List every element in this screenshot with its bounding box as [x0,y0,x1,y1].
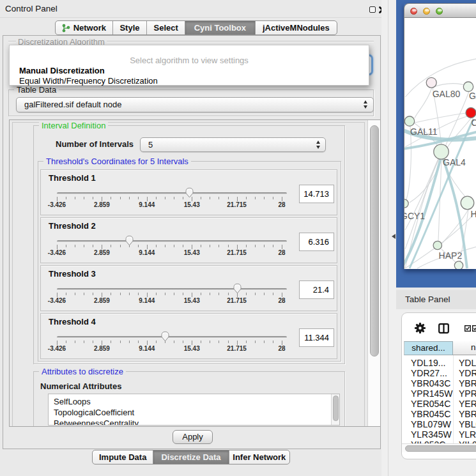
table-cell[interactable]: YBL079W [411,419,453,429]
table-cell[interactable]: YDR2 [459,368,476,378]
slider-axis-label: 15.43 [169,345,214,352]
checkbox-icon[interactable] [464,325,471,332]
slider-minor-tick [165,245,165,247]
slider-minor-tick [255,341,256,343]
table-column-header-shared[interactable]: shared... [404,341,453,355]
minimize-traffic-light-icon[interactable] [423,8,430,15]
network-node[interactable] [461,196,474,210]
apply-button[interactable]: Apply [173,430,213,444]
split-view-icon[interactable] [438,323,449,334]
network-node[interactable] [404,116,414,126]
slider-minor-tick [228,245,229,247]
threshold-value-field[interactable]: 6.316 [299,233,334,251]
tab-impute-data[interactable]: Impute Data [93,450,153,464]
slider-thumb[interactable] [233,283,242,296]
attribute-list-item[interactable]: TopologicalCoefficient [54,408,134,417]
table-data-title: Table Data [14,85,59,95]
tab-discretize-data[interactable]: Discretize Data [153,450,228,464]
slider-minor-tick [174,197,174,199]
tab-network[interactable]: Network [56,21,112,35]
table-cell[interactable]: YBR0 [459,378,476,388]
gear-icon[interactable] [414,322,426,334]
slider-minor-tick [264,341,265,343]
table-cell[interactable]: YDL19... [411,358,453,368]
slider-minor-tick [183,293,183,295]
attribute-list-item[interactable]: BetweennessCentrality [54,418,139,426]
network-window-titlebar[interactable] [404,3,476,18]
slider-thumb[interactable] [185,187,194,200]
table-hscrollbar[interactable] [402,443,476,452]
slider-thumb[interactable] [125,235,134,248]
threshold-value-field[interactable]: 21.4 [299,280,334,299]
checkbox-icon[interactable] [472,325,476,332]
close-traffic-light-icon[interactable] [410,8,417,15]
popup-item-1[interactable]: Manual Discretization [10,66,369,76]
slider-track[interactable] [57,288,287,291]
tab-cyni-toolbox[interactable]: Cyni Toolbox [185,21,255,35]
slider-major-tick [147,245,148,249]
network-node[interactable] [404,199,408,208]
tab-infer-network[interactable]: Infer Network [229,450,289,464]
slider-axis-label: 21.715 [215,201,259,208]
table-data-combobox[interactable]: galFiltered.sif default node [16,97,374,112]
table-hscrollbar-thumb[interactable] [405,445,476,452]
slider-minor-tick [75,293,75,295]
network-node[interactable] [433,241,441,249]
combobox-arrows-icon [362,100,368,109]
tab-jactivemnodules[interactable]: jActiveMNodules [255,21,337,35]
table-cell[interactable]: YBR043C [411,378,453,388]
window-float-icon[interactable] [369,6,376,13]
network-node[interactable] [426,77,436,88]
list-scrollbar[interactable] [331,394,339,426]
zoom-traffic-light-icon[interactable] [436,8,443,15]
number-of-intervals-combobox[interactable]: 5 [140,137,326,152]
slider-minor-tick [93,293,93,295]
cyni-mode-tabs: Impute DataDiscretize DataInfer Network [92,450,290,464]
slider-axis-label: 28 [259,345,304,352]
popup-item-2[interactable]: Equal Width/Frequency Discretization [10,76,369,86]
settings-scrollbar-thumb[interactable] [370,125,379,357]
slider-major-tick [282,293,282,297]
network-edge [442,208,469,243]
network-node[interactable] [466,108,476,118]
slider-major-tick [237,341,238,345]
network-canvas[interactable]: GAL80GACGAL11GAL4GCY1HHAP2 [404,18,476,269]
slider-major-tick [57,293,58,297]
table-cell[interactable]: YBL0 [459,419,476,429]
tab-select[interactable]: Select [146,21,185,35]
threshold-label: Threshold 2 [49,221,96,231]
slider-track[interactable] [57,192,287,195]
table-cell[interactable]: YDR27... [411,368,453,378]
attribute-list-item[interactable]: SelfLoops [54,397,91,406]
slider-minor-tick [246,197,247,199]
slider-minor-tick [66,197,66,199]
table-cell[interactable]: YLR3 [459,429,476,440]
settings-scrollbar[interactable] [367,120,380,426]
slider-track[interactable] [57,336,287,339]
slider-thumb[interactable] [160,331,170,344]
tab-style[interactable]: Style [112,21,147,35]
slider-minor-tick [138,293,139,295]
slider-minor-tick [228,341,229,343]
slider-minor-tick [219,197,219,199]
slider-major-tick [237,245,238,249]
table-cell[interactable]: YBR0 [459,409,476,419]
table-cell[interactable]: YPR1 [459,388,476,399]
numerical-attributes-list[interactable]: SelfLoopsTopologicalCoefficientBetweenne… [48,394,340,426]
combobox-arrows-icon [315,141,321,149]
network-node[interactable] [454,261,463,269]
threshold-value-field[interactable]: 11.344 [299,328,334,347]
slider-minor-tick [75,245,75,247]
threshold-value-field[interactable]: 14.713 [299,185,334,203]
numerical-attributes-label: Numerical Attributes [40,381,121,391]
table-cell[interactable]: YDL1 [459,358,476,368]
table-cell[interactable]: YER054C [411,399,453,409]
slider-track[interactable] [57,240,287,243]
table-column-header-name[interactable]: n [453,341,476,355]
split-collapse-icon[interactable] [392,234,395,239]
table-cell[interactable]: YER0 [459,399,476,409]
slider-minor-tick [255,197,256,199]
table-cell[interactable]: YBR045C [411,409,453,419]
table-cell[interactable]: YPR145W [411,388,453,399]
table-cell[interactable]: YLR345W [411,429,453,440]
